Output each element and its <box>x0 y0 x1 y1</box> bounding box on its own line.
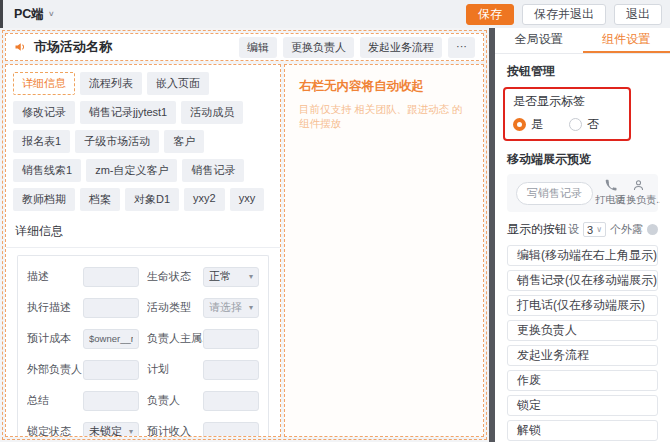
tab-embedded-page[interactable]: 嵌入页面 <box>147 72 209 95</box>
record-header-component[interactable]: 市场活动名称 编辑 更换负责人 发起业务流程 ··· <box>5 33 484 61</box>
field-label: 活动类型 <box>147 300 203 315</box>
field-label: 总结 <box>27 393 83 408</box>
form-field: 描述 <box>27 267 139 287</box>
annotation-highlight: 是否显示标签 是 否 <box>503 87 631 141</box>
tab-change-log[interactable]: 修改记录 <box>13 101 75 124</box>
button-item-invalidate[interactable]: 作废 <box>507 370 658 391</box>
field-label: 描述 <box>27 269 83 284</box>
save-button[interactable]: 保存 <box>466 4 514 25</box>
radio-unselected-icon <box>569 118 582 131</box>
tab-global-settings[interactable]: 全局设置 <box>495 28 583 53</box>
tab-yxy[interactable]: yxy <box>230 188 265 211</box>
device-switcher[interactable]: PC端 ∨ <box>14 6 54 23</box>
start-flow-button[interactable]: 发起业务流程 <box>360 37 442 58</box>
field-input[interactable] <box>83 360 139 380</box>
topbar-actions: 保存 保存并退出 退出 <box>466 4 662 25</box>
tab-component-settings[interactable]: 组件设置 <box>583 28 670 53</box>
exposed-count-select[interactable]: 3 ∨ <box>583 222 606 237</box>
save-and-exit-button[interactable]: 保存并退出 <box>522 4 606 25</box>
button-item-start-flow[interactable]: 发起业务流程 <box>507 345 658 366</box>
mobile-preview-title: 移动端展示预览 <box>507 151 658 168</box>
field-input[interactable] <box>83 267 139 287</box>
button-item-edit[interactable]: 编辑(移动端在右上角显示) <box>507 245 658 266</box>
field-select[interactable]: 未锁定▾ <box>83 422 139 438</box>
field-input[interactable] <box>203 422 259 438</box>
page-designer: PC端 ∨ 保存 保存并退出 退出 市场活动名称 编辑 更换负责人 发起业务流程 <box>0 0 670 442</box>
change-owner-button[interactable]: 更换负责人 <box>283 37 354 58</box>
tab-process-list[interactable]: 流程列表 <box>80 72 142 95</box>
phone-icon <box>604 179 617 192</box>
exit-button[interactable]: 退出 <box>614 4 662 25</box>
field-input[interactable] <box>83 391 139 411</box>
dropzone-subtitle: 目前仅支持 相关团队、跟进动态 的组件摆放 <box>299 103 469 131</box>
tab-sub-campaign[interactable]: 子级市场活动 <box>75 130 159 153</box>
caret-down-icon: ▾ <box>249 272 253 281</box>
tab-leads1[interactable]: 销售线索1 <box>13 159 81 182</box>
button-list: 编辑(移动端在右上角显示) 销售记录(仅在移动端展示) 打电话(仅在移动端展示)… <box>507 245 658 442</box>
button-item-call[interactable]: 打电话(仅在移动端展示) <box>507 295 658 316</box>
record-header-actions: 编辑 更换负责人 发起业务流程 ··· <box>239 37 475 58</box>
show-label-question: 是否显示标签 <box>513 93 621 110</box>
field-label: 负责人主属... <box>147 331 203 346</box>
detail-component[interactable]: 详细信息 流程列表 嵌入页面 修改记录 销售记录jjytest1 活动成员 报名… <box>5 64 281 437</box>
tab-object-d1[interactable]: 对象D1 <box>125 188 179 211</box>
tab-account[interactable]: 客户 <box>164 130 204 153</box>
tab-sales-record[interactable]: 销售记录 <box>182 159 244 182</box>
field-input[interactable]: $owner__r.mc_ex... <box>83 329 139 349</box>
person-icon <box>632 179 645 192</box>
device-label: PC端 <box>14 6 44 23</box>
preview-owner-action: 更换负责... <box>628 179 649 207</box>
button-item-lock[interactable]: 锁定 <box>507 395 658 416</box>
designer-canvas: 市场活动名称 编辑 更换负责人 发起业务流程 ··· 详细信息 流程列表 嵌入页… <box>0 28 489 442</box>
form-field: 预计收入 <box>147 422 259 438</box>
preview-owner-label: 更换负责... <box>616 193 660 207</box>
button-item-change-owner[interactable]: 更换负责人 <box>507 320 658 341</box>
form-field: 计划 <box>147 360 259 380</box>
radio-yes-label: 是 <box>531 116 543 133</box>
count-suffix: 个外露 <box>610 222 643 237</box>
field-value: 请选择 <box>209 300 242 315</box>
tab-detail-info[interactable]: 详细信息 <box>13 72 75 95</box>
field-input[interactable] <box>203 360 259 380</box>
tab-signup-form1[interactable]: 报名表1 <box>13 130 70 153</box>
button-item-sales-record[interactable]: 销售记录(仅在移动端展示) <box>507 270 658 291</box>
form-field: 生命状态 正常▾ <box>147 267 259 287</box>
form-field: 预计成本 $owner__r.mc_ex... <box>27 329 139 349</box>
field-label: 生命状态 <box>147 269 203 284</box>
tab-zm-custom-account[interactable]: zm-自定义客户 <box>86 159 177 182</box>
field-input[interactable] <box>203 391 259 411</box>
dropzone-title: 右栏无内容将自动收起 <box>299 78 469 95</box>
field-input[interactable] <box>203 329 259 349</box>
tab-sales-record-jjytest1[interactable]: 销售记录jjytest1 <box>80 101 176 124</box>
radio-no[interactable]: 否 <box>569 116 599 133</box>
field-input[interactable] <box>83 298 139 318</box>
radio-selected-icon <box>513 118 526 131</box>
form-field: 活动类型 请选择▾ <box>147 298 259 318</box>
form-row: 总结 负责人 <box>27 385 259 416</box>
tab-activity-members[interactable]: 活动成员 <box>181 101 243 124</box>
field-select[interactable]: 请选择▾ <box>203 298 259 318</box>
field-label: 计划 <box>147 362 203 377</box>
more-button[interactable]: ··· <box>448 37 475 58</box>
radio-yes[interactable]: 是 <box>513 116 543 133</box>
edit-button[interactable]: 编辑 <box>239 37 277 58</box>
tab-archive[interactable]: 档案 <box>80 188 120 211</box>
tab-teacher-schedule[interactable]: 教师档期 <box>13 188 75 211</box>
right-column-dropzone[interactable]: 右栏无内容将自动收起 目前仅支持 相关团队、跟进动态 的组件摆放 <box>284 64 484 437</box>
caret-down-icon: ▾ <box>129 427 133 436</box>
settings-body: 按钮管理 是否显示标签 是 否 移动端展示预览 写销售记录 <box>495 54 670 442</box>
form-row: 锁定状态 未锁定▾ 预计收入 <box>27 416 259 437</box>
field-label: 负责人 <box>147 393 203 408</box>
form-field: 负责人主属... <box>147 329 259 349</box>
help-icon <box>647 224 658 235</box>
settings-panel: 全局设置 组件设置 按钮管理 是否显示标签 是 否 移动端展示预览 <box>495 28 670 442</box>
form-row: 执行描述 活动类型 请选择▾ <box>27 292 259 323</box>
field-select[interactable]: 正常▾ <box>203 267 259 287</box>
button-item-unlock[interactable]: 解锁 <box>507 420 658 441</box>
field-value: 正常 <box>209 269 231 284</box>
settings-tabs: 全局设置 组件设置 <box>495 28 670 54</box>
chevron-down-icon: ∨ <box>596 225 602 234</box>
sales-record-pill: 写销售记录 <box>516 182 593 205</box>
tab-yxy2[interactable]: yxy2 <box>184 188 225 211</box>
form-field: 执行描述 <box>27 298 139 318</box>
